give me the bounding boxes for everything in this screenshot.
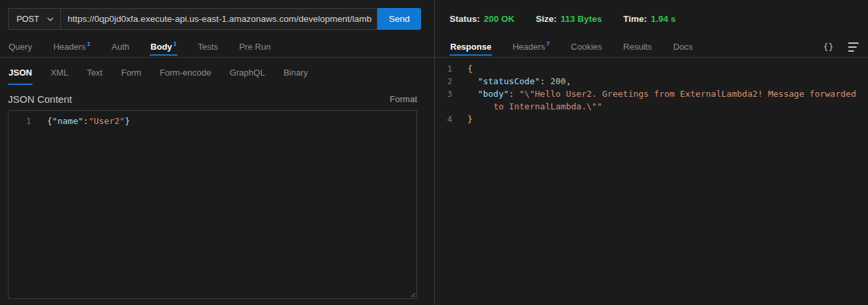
method-label: POST xyxy=(17,15,39,24)
code-line: 3"body": "\"Hello User2. Greetings from … xyxy=(435,88,864,100)
tab-label: JSON xyxy=(9,68,32,78)
response-tab-cookies[interactable]: Cookies xyxy=(570,36,603,57)
response-tab-response[interactable]: Response xyxy=(450,36,492,57)
body-type-tab-xml[interactable]: XML xyxy=(50,66,69,85)
code-line: 2"statusCode": 200, xyxy=(435,75,864,88)
chevron-down-icon xyxy=(47,17,54,21)
request-panel: POST Send QueryHeaders1AuthBody1TestsPre… xyxy=(0,0,434,305)
line-number: 1 xyxy=(435,62,452,75)
request-body-editor[interactable]: 1{"name":"User2"} xyxy=(8,110,417,299)
response-body[interactable]: 1{2"statusCode": 200,3"body": "\"Hello U… xyxy=(435,58,868,125)
resize-grip[interactable] xyxy=(409,291,415,297)
status-value: 200 OK xyxy=(484,14,515,24)
tab-label: Cookies xyxy=(571,42,602,52)
body-type-tab-json[interactable]: JSON xyxy=(8,66,32,85)
tab-label: Headers xyxy=(53,42,85,52)
format-braces-icon[interactable]: {} xyxy=(823,42,834,52)
line-number xyxy=(435,100,452,113)
line-content: "statusCode": 200, xyxy=(467,75,571,88)
response-tab-docs[interactable]: Docs xyxy=(673,36,694,57)
response-tab-results[interactable]: Results xyxy=(622,36,652,57)
rest-client-window: POST Send QueryHeaders1AuthBody1TestsPre… xyxy=(0,0,868,305)
tab-label: GraphQL xyxy=(230,68,265,78)
tab-label: Pre Run xyxy=(239,42,271,52)
line-number: 1 xyxy=(9,115,31,127)
request-body-code: 1{"name":"User2"} xyxy=(9,115,416,127)
body-type-tab-binary[interactable]: Binary xyxy=(283,66,309,85)
body-type-tab-form-encode[interactable]: Form-encode xyxy=(159,66,211,85)
tab-label: Body xyxy=(150,42,172,52)
tab-count-badge: 7 xyxy=(546,40,550,47)
line-content: { xyxy=(467,62,473,75)
request-tab-bar: QueryHeaders1AuthBody1TestsPre Run xyxy=(0,36,434,58)
body-content-header: JSON Content Format xyxy=(8,93,417,105)
send-button[interactable]: Send xyxy=(377,8,421,30)
tab-label: Query xyxy=(9,42,32,52)
tab-label: Response xyxy=(450,42,491,52)
line-number: 3 xyxy=(435,88,452,100)
line-number: 4 xyxy=(435,113,452,125)
response-tab-bar: ResponseHeaders7CookiesResultsDocs {} xyxy=(435,36,868,58)
code-line: 4} xyxy=(435,113,864,125)
tab-label: Text xyxy=(87,68,103,78)
request-tab-auth[interactable]: Auth xyxy=(111,36,130,57)
time-group: Time:1.94 s xyxy=(623,14,675,25)
size-label: Size: xyxy=(536,14,557,24)
line-content: {"name":"User2"} xyxy=(47,115,130,127)
tab-label: Results xyxy=(623,42,651,52)
tab-label: Binary xyxy=(283,68,308,78)
response-panel: Status:200 OK Size:113 Bytes Time:1.94 s… xyxy=(434,0,868,305)
tab-count-badge: 1 xyxy=(87,40,91,47)
status-group: Status:200 OK xyxy=(450,14,514,25)
code-line: 1{"name":"User2"} xyxy=(9,115,416,127)
size-value: 113 Bytes xyxy=(561,14,602,24)
response-tab-headers[interactable]: Headers7 xyxy=(512,36,550,57)
body-type-tab-text[interactable]: Text xyxy=(86,66,103,85)
request-tab-pre-run[interactable]: Pre Run xyxy=(238,36,271,57)
tab-label: Tests xyxy=(198,42,218,52)
request-tabs: QueryHeaders1AuthBody1TestsPre Run xyxy=(8,36,271,57)
format-button[interactable]: Format xyxy=(390,94,417,104)
body-type-tab-form[interactable]: Form xyxy=(121,66,142,85)
tab-label: XML xyxy=(50,68,68,78)
request-tab-tests[interactable]: Tests xyxy=(197,36,218,57)
request-tab-body[interactable]: Body1 xyxy=(150,36,177,57)
request-tab-query[interactable]: Query xyxy=(8,36,32,57)
line-content: to InternalLambda.\"" xyxy=(467,100,603,113)
code-line: to InternalLambda.\"" xyxy=(435,100,864,113)
status-label: Status: xyxy=(450,14,480,24)
method-dropdown[interactable]: POST xyxy=(9,9,61,29)
json-content-label: JSON Content xyxy=(8,93,72,105)
body-type-tabs: JSONXMLTextFormForm-encodeGraphQLBinary xyxy=(0,66,434,85)
time-label: Time: xyxy=(623,14,647,24)
size-group: Size:113 Bytes xyxy=(536,14,602,25)
lines-menu-icon[interactable] xyxy=(848,42,859,52)
tab-label: Auth xyxy=(112,42,130,52)
url-bar: POST xyxy=(8,8,377,30)
response-toolbar-icons: {} xyxy=(823,42,859,52)
url-input[interactable] xyxy=(61,9,377,29)
line-content: "body": "\"Hello User2. Greetings from E… xyxy=(467,88,856,100)
code-line: 1{ xyxy=(435,62,864,75)
request-tab-headers[interactable]: Headers1 xyxy=(52,36,91,57)
response-status-row: Status:200 OK Size:113 Bytes Time:1.94 s xyxy=(435,0,868,25)
time-value: 1.94 s xyxy=(651,14,676,24)
url-row: POST Send xyxy=(8,8,421,30)
line-number: 2 xyxy=(435,75,452,88)
tab-count-badge: 1 xyxy=(173,40,177,47)
tab-label: Docs xyxy=(673,42,693,52)
tab-label: Form-encode xyxy=(160,68,211,78)
response-tabs: ResponseHeaders7CookiesResultsDocs xyxy=(450,36,693,57)
tab-label: Headers xyxy=(512,42,545,52)
tab-label: Form xyxy=(121,68,141,78)
line-content: } xyxy=(467,113,473,125)
body-type-tab-graphql[interactable]: GraphQL xyxy=(229,66,265,85)
